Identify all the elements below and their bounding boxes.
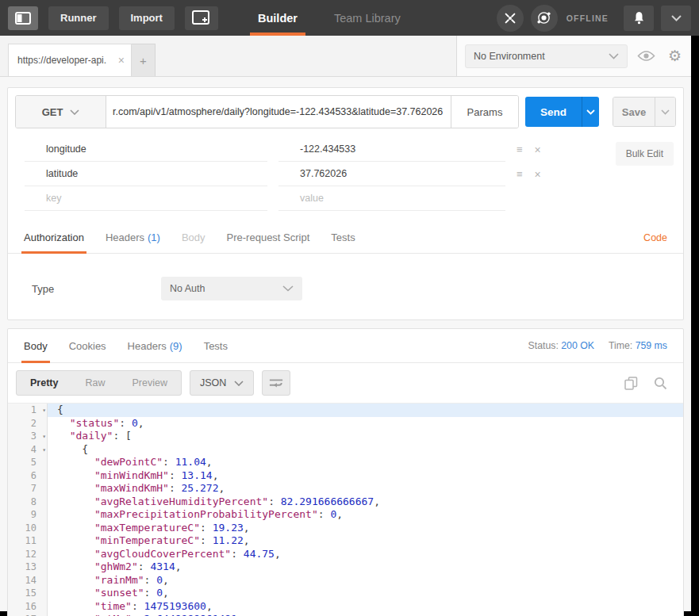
- save-options-button[interactable]: [655, 98, 675, 126]
- time-value[interactable]: 759 ms: [636, 340, 667, 351]
- line-number: 8: [8, 495, 48, 509]
- chevron-down-icon: [234, 381, 244, 386]
- capture-requests-button[interactable]: [497, 5, 524, 32]
- gear-icon: ⚙: [668, 48, 682, 64]
- tab-tests[interactable]: Tests: [331, 222, 355, 253]
- param-value-input[interactable]: value: [300, 193, 324, 204]
- param-key-input[interactable]: longitude: [46, 143, 86, 155]
- params-button[interactable]: Params: [451, 96, 518, 128]
- fold-toggle-icon[interactable]: ▾: [42, 444, 46, 457]
- drag-handle-icon[interactable]: ≡: [517, 143, 523, 155]
- runner-button[interactable]: Runner: [48, 6, 109, 30]
- param-value-input[interactable]: 37.762026: [300, 168, 347, 179]
- fold-toggle-icon[interactable]: ▾: [42, 430, 46, 444]
- code-text: "minTemperatureC": 11.22,: [48, 534, 683, 548]
- code-line: 15 "sunset": 0,: [8, 587, 683, 600]
- sidebar-toggle-icon: [15, 12, 31, 25]
- environment-preview-button[interactable]: [634, 47, 659, 65]
- send-button[interactable]: Send: [525, 97, 582, 127]
- param-key-input[interactable]: key: [46, 193, 61, 204]
- response-body-viewer[interactable]: 1▾{2 "status": 0,3▾ "daily": [4▾ {5 "dew…: [8, 404, 683, 616]
- line-number: 9: [8, 508, 48, 522]
- request-tab-active[interactable]: https://developer-api. ×: [8, 44, 132, 76]
- chevron-down-icon: [282, 285, 294, 292]
- code-text: "avgCloudCoverPercent": 44.75,: [48, 548, 683, 561]
- view-mode-raw[interactable]: Raw: [71, 371, 118, 395]
- environment-settings-button[interactable]: ⚙: [665, 45, 685, 67]
- bulk-edit-button[interactable]: Bulk Edit: [616, 142, 674, 166]
- tab-cookies[interactable]: Cookies: [69, 329, 106, 362]
- code-line: 13 "ghWm2": 4314,: [8, 561, 683, 574]
- chevron-down-icon: [586, 109, 595, 115]
- tab-builder[interactable]: Builder: [256, 0, 299, 36]
- save-button[interactable]: Save: [613, 98, 655, 126]
- drag-handle-icon[interactable]: ≡: [517, 168, 523, 180]
- new-window-icon: [192, 10, 211, 25]
- code-text: "maxWindKmH": 25.272,: [48, 482, 683, 495]
- tab-pre-request-script[interactable]: Pre-request Script: [227, 222, 310, 253]
- delete-param-icon[interactable]: ×: [535, 143, 541, 156]
- code-text: "status": 0,: [48, 417, 683, 430]
- code-text: "time": 1475193600,: [48, 600, 683, 614]
- format-selector[interactable]: JSON: [190, 370, 254, 396]
- wrap-lines-icon: [269, 378, 283, 388]
- tab-authorization[interactable]: Authorization: [24, 222, 84, 253]
- code-text: "rainMm": 0,: [48, 574, 683, 587]
- code-line: 1▾{: [8, 404, 683, 417]
- code-line: 9 "maxPrecipitationProbabilityPercent": …: [8, 508, 683, 522]
- close-tab-icon[interactable]: ×: [118, 54, 125, 67]
- notifications-button[interactable]: [624, 6, 654, 31]
- method-value: GET: [42, 106, 63, 118]
- tab-tests[interactable]: Tests: [204, 329, 228, 362]
- workspace: https://developer-api. × + No Environmen…: [0, 36, 691, 611]
- copy-icon: [624, 377, 638, 390]
- params-rows: longitude-122.434533≡×latitude37.762026≡…: [8, 137, 683, 211]
- code-line: 16 "time": 1475193600,: [8, 600, 683, 614]
- url-input[interactable]: [106, 96, 451, 128]
- sync-status-button[interactable]: [531, 5, 558, 32]
- code-text: "etMm": 2.6449888961481,: [48, 613, 683, 616]
- line-number: 17: [8, 613, 48, 616]
- tab-headers[interactable]: Headers(1): [106, 222, 160, 253]
- line-number: 16: [8, 600, 48, 614]
- delete-param-icon[interactable]: ×: [535, 168, 541, 181]
- method-selector[interactable]: GET: [16, 96, 106, 128]
- sidebar-toggle-button[interactable]: [8, 6, 38, 30]
- fold-toggle-icon[interactable]: ▾: [42, 404, 46, 418]
- wrap-lines-button[interactable]: [262, 370, 290, 396]
- sync-orbit-icon: [536, 10, 551, 25]
- new-window-button[interactable]: [185, 6, 218, 30]
- param-key-input[interactable]: latitude: [46, 168, 78, 179]
- line-number: 10: [8, 522, 48, 535]
- view-mode-pretty[interactable]: Pretty: [17, 371, 71, 395]
- code-line: 12 "avgCloudCoverPercent": 44.75,: [8, 548, 683, 561]
- line-number: 2: [8, 417, 48, 430]
- param-value-input[interactable]: -122.434533: [300, 143, 355, 155]
- tab-body[interactable]: Body: [24, 329, 48, 362]
- code-text: "daily": [: [48, 430, 683, 443]
- tab-team-library[interactable]: Team Library: [332, 0, 402, 36]
- import-button[interactable]: Import: [119, 6, 175, 30]
- auth-type-selector[interactable]: No Auth: [161, 277, 302, 300]
- view-mode-preview[interactable]: Preview: [118, 371, 180, 395]
- auth-type-label: Type: [32, 283, 161, 295]
- environment-selector[interactable]: No Environment: [465, 44, 628, 68]
- code-link[interactable]: Code: [643, 232, 667, 243]
- response-card: BodyCookiesHeaders(9)Tests Status: 200 O…: [7, 328, 684, 616]
- search-response-button[interactable]: [652, 375, 669, 392]
- send-options-button[interactable]: [582, 97, 599, 127]
- response-meta: Status: 200 OK Time: 759 ms: [528, 340, 667, 351]
- tab-headers[interactable]: Headers(9): [128, 329, 182, 362]
- response-tabs: BodyCookiesHeaders(9)Tests Status: 200 O…: [8, 329, 683, 363]
- capture-requests-icon: [503, 11, 517, 25]
- tab-body[interactable]: Body: [182, 222, 205, 253]
- param-row: keyvalue: [8, 186, 683, 211]
- request-tab-title: https://developer-api.: [17, 55, 106, 66]
- header-menu-button[interactable]: [661, 6, 691, 31]
- code-text: "maxPrecipitationProbabilityPercent": 0,: [48, 508, 683, 522]
- code-text: "maxTemperatureC": 19.23,: [48, 522, 683, 535]
- copy-response-button[interactable]: [623, 375, 639, 392]
- new-tab-button[interactable]: +: [132, 44, 156, 76]
- code-line: 4▾ {: [8, 443, 683, 457]
- status-value[interactable]: 200 OK: [561, 340, 594, 351]
